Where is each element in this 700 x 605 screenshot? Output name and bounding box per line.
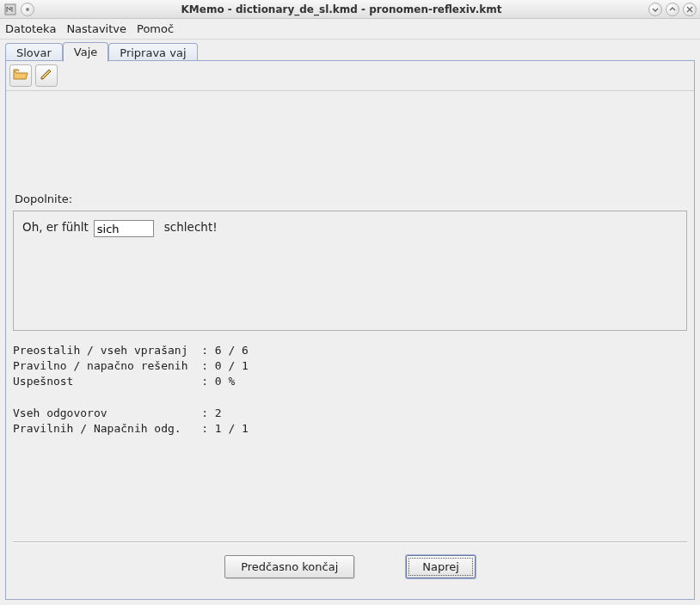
answer-input[interactable] — [94, 220, 154, 237]
maximize-button[interactable] — [666, 3, 679, 16]
pencil-icon — [39, 68, 54, 84]
prompt-label: Dopolnite: — [15, 192, 687, 205]
stats-line-remaining: Preostalih / vseh vprašanj : 6 / 6 — [13, 344, 249, 357]
stats-line-correct: Pravilno / napačno rešenih : 0 / 1 — [13, 359, 249, 372]
spacer — [13, 98, 687, 192]
stats-block: Preostalih / vseh vprašanj : 6 / 6 Pravi… — [13, 343, 687, 437]
close-button[interactable] — [683, 3, 697, 16]
minimize-button[interactable] — [648, 3, 662, 16]
tab-strip: Slovar Vaje Priprava vaj — [0, 40, 700, 61]
exercise-box: Oh, er fühlt schlecht! — [13, 211, 687, 331]
stats-line-total-answers: Vseh odgovorov : 2 — [13, 406, 222, 419]
titlebar: KMemo - dictionary_de_sl.kmd - pronomen-… — [0, 0, 700, 19]
app-window: KMemo - dictionary_de_sl.kmd - pronomen-… — [0, 0, 700, 605]
toolbar — [6, 61, 694, 91]
open-folder-icon — [13, 68, 28, 84]
tab-content: Dopolnite: Oh, er fühlt schlecht! Preost… — [5, 61, 695, 600]
stats-line-success: Uspešnost : 0 % — [13, 375, 235, 388]
tab-underline — [5, 60, 695, 61]
menubar: Datoteka Nastavitve Pomoč — [0, 19, 700, 40]
next-button[interactable]: Naprej — [406, 555, 476, 578]
stats-line-right-wrong: Pravilnih / Napačnih odg. : 1 / 1 — [13, 422, 249, 435]
finish-early-button[interactable]: Predčasno končaj — [224, 555, 354, 578]
menu-settings[interactable]: Nastavitve — [66, 22, 126, 35]
app-icon — [3, 3, 17, 16]
edit-button[interactable] — [35, 64, 58, 87]
svg-point-1 — [26, 8, 29, 11]
window-title: KMemo - dictionary_de_sl.kmd - pronomen-… — [34, 3, 648, 15]
tab-prepare[interactable]: Priprava vaj — [108, 43, 197, 62]
sentence-before: Oh, er fühlt — [22, 220, 89, 234]
tab-exercises[interactable]: Vaje — [63, 42, 108, 62]
sentence-after: schlecht! — [164, 220, 218, 234]
button-row: Predčasno končaj Naprej — [13, 543, 687, 592]
menu-file[interactable]: Datoteka — [5, 22, 56, 35]
shade-button[interactable] — [21, 3, 34, 16]
tab-dictionary[interactable]: Slovar — [5, 43, 63, 62]
exercise-area: Dopolnite: Oh, er fühlt schlecht! Preost… — [6, 91, 694, 599]
menu-help[interactable]: Pomoč — [137, 22, 174, 35]
open-button[interactable] — [9, 64, 32, 87]
